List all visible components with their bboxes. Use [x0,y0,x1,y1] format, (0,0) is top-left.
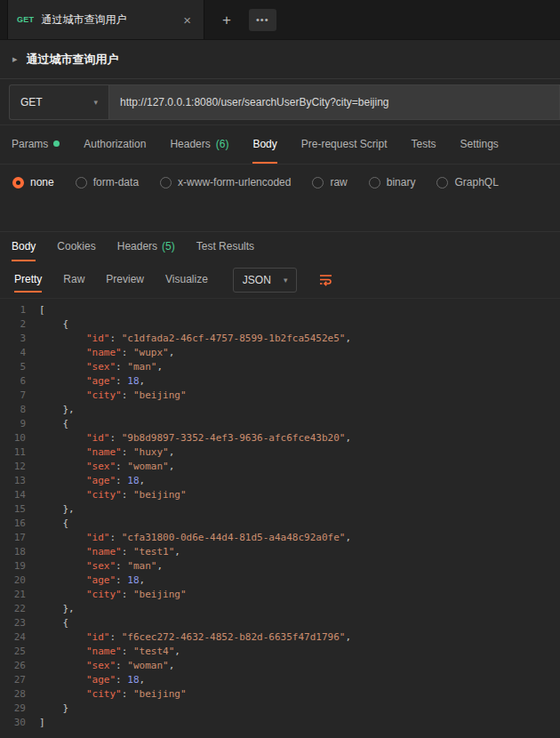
radio-icon [369,177,380,189]
code-line: 8 }, [0,403,560,417]
response-viewer-toolbar: Pretty Raw Preview Visualize JSON ▾ [0,261,560,299]
code-line: 14 "city": "beijing" [0,488,560,502]
request-name: 通过城市查询用户 [27,52,119,68]
tab-params[interactable]: Params [12,125,60,164]
code-text: "city": "beijing" [39,389,187,403]
close-icon[interactable]: × [180,12,195,28]
tab-title: 通过城市查询用户 [41,12,172,28]
chevron-right-icon[interactable]: ▸ [12,53,18,65]
code-line: 21 "city": "beijing" [0,588,560,602]
response-tab-test-results[interactable]: Test Results [196,232,254,261]
code-text: } [39,702,68,716]
radio-graphql[interactable]: GraphQL [436,176,498,189]
view-tab-raw[interactable]: Raw [63,268,84,293]
url-row: GET ▾ [0,79,560,125]
line-number: 19 [0,559,39,574]
tab-tests[interactable]: Tests [411,125,436,164]
code-line: 27 "age": 18, [0,673,560,687]
request-tab[interactable]: GET 通过城市查询用户 × [7,0,204,39]
code-text: "name": "wupx", [39,346,174,360]
code-text: "city": "beijing" [39,588,187,602]
radio-binary[interactable]: binary [369,176,416,189]
line-number: 23 [0,616,39,630]
code-line: 5 "sex": "man", [0,360,560,374]
radio-form-data-label: form-data [93,176,139,189]
tab-params-label: Params [12,138,48,150]
code-line: 12 "sex": "woman", [0,460,560,474]
code-line: 15 }, [0,502,560,517]
code-text: "city": "beijing" [39,687,187,702]
code-text: "age": 18, [39,474,145,488]
tab-authorization-label: Authorization [84,138,146,150]
code-text: "age": 18, [39,673,145,687]
code-text: { [39,517,68,531]
code-text: }, [39,502,75,517]
code-text: "sex": "woman", [39,460,174,474]
method-select[interactable]: GET ▾ [9,84,108,120]
code-text: }, [39,602,75,616]
method-value: GET [20,96,43,108]
response-headers-count-badge: (5) [162,240,175,253]
wrap-text-icon[interactable] [318,272,333,287]
format-select[interactable]: JSON ▾ [233,268,298,293]
view-tab-visualize[interactable]: Visualize [165,268,208,293]
code-text: "sex": "man", [39,559,163,574]
code-line: 24 "id": "f6cec272-4632-4852-b82d-6635f4… [0,630,560,645]
tab-headers[interactable]: Headers (6) [170,125,228,164]
code-line: 16 { [0,517,560,531]
code-line: 6 "age": 18, [0,374,560,389]
view-tab-pretty[interactable]: Pretty [14,268,42,293]
tab-tests-label: Tests [411,138,436,150]
line-number: 24 [0,630,39,645]
code-line: 11 "name": "huxy", [0,445,560,460]
line-number: 16 [0,517,39,531]
line-number: 3 [0,332,39,346]
code-line: 2 { [0,317,560,332]
radio-form-data[interactable]: form-data [76,176,139,189]
code-text: { [39,317,68,332]
line-number: 20 [0,574,39,588]
line-number: 17 [0,531,39,545]
url-input[interactable] [108,84,560,120]
code-line: 30] [0,716,560,730]
more-options-icon[interactable]: ••• [249,9,276,31]
tab-pre-request-script-label: Pre-request Script [301,138,388,150]
code-text: "id": "cfa31800-0d6e-44d4-81d5-a4a48c92a… [39,531,351,545]
tab-body-label: Body [252,138,276,150]
tab-method-label: GET [17,15,34,24]
code-text: "name": "huxy", [39,445,174,460]
view-tab-preview[interactable]: Preview [106,268,144,293]
line-number: 4 [0,346,39,360]
line-number: 18 [0,545,39,559]
tab-settings[interactable]: Settings [460,125,499,164]
code-line: 28 "city": "beijing" [0,687,560,702]
response-tab-cookies[interactable]: Cookies [57,232,95,261]
code-text: "sex": "man", [39,360,163,374]
line-number: 26 [0,659,39,673]
code-line: 19 "sex": "man", [0,559,560,574]
radio-none[interactable]: none [12,176,54,189]
tab-pre-request-script[interactable]: Pre-request Script [301,125,388,164]
code-line: 1[ [0,303,560,317]
response-tab-body[interactable]: Body [12,232,36,261]
code-line: 7 "city": "beijing" [0,389,560,403]
line-number: 14 [0,488,39,502]
tab-authorization[interactable]: Authorization [84,125,146,164]
radio-none-label: none [30,176,54,189]
response-tab-headers-label: Headers [117,240,157,253]
code-line: 9 { [0,417,560,431]
code-line: 23 { [0,616,560,630]
line-number: 21 [0,588,39,602]
radio-x-www-form-urlencoded[interactable]: x-www-form-urlencoded [160,176,291,189]
add-tab-icon[interactable]: + [215,9,238,31]
format-value: JSON [243,274,271,286]
radio-icon [76,177,87,189]
radio-raw-label: raw [330,176,347,189]
line-number: 8 [0,403,39,417]
tab-body[interactable]: Body [252,125,276,164]
code-line: 3 "id": "c1dfada2-46cf-4757-8599-1b2fca5… [0,332,560,346]
response-tab-headers[interactable]: Headers (5) [117,232,175,261]
request-tabs: Params Authorization Headers (6) Body Pr… [0,125,560,164]
radio-raw[interactable]: raw [312,176,347,189]
code-line: 26 "sex": "woman", [0,659,560,673]
